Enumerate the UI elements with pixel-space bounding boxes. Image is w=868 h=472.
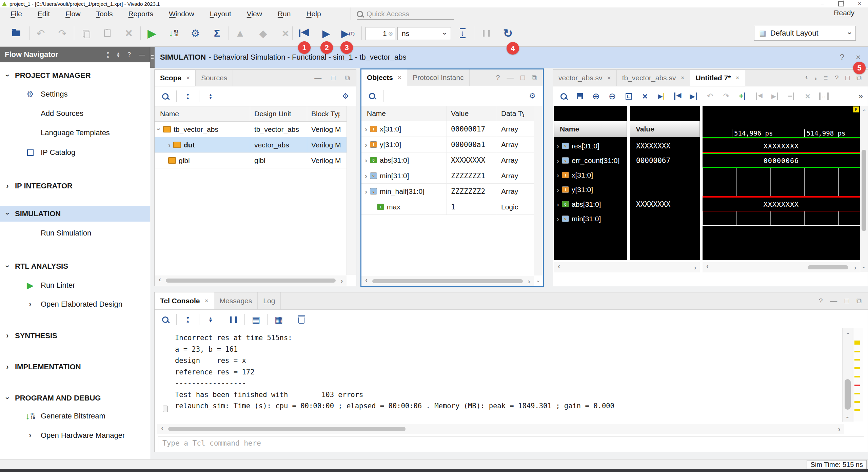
delete-all-markers-icon[interactable] bbox=[802, 90, 813, 102]
open-project-button[interactable] bbox=[7, 25, 26, 42]
collapse-all-icon[interactable] bbox=[182, 314, 194, 325]
help-icon[interactable]: ? bbox=[835, 74, 839, 82]
expand-toggle-icon[interactable] bbox=[365, 141, 367, 148]
tab-log[interactable]: Log bbox=[258, 292, 281, 309]
menu-flow[interactable]: Flow bbox=[58, 8, 88, 19]
gear-icon[interactable] bbox=[527, 90, 538, 102]
section-rtl-analysis[interactable]: RTL ANALYSIS bbox=[0, 259, 150, 274]
column-header-block-type[interactable]: Block Typ bbox=[307, 110, 340, 118]
float-panel-icon[interactable]: ⧉ bbox=[345, 74, 350, 82]
tab-untitled-7[interactable]: Untitled 7*× bbox=[690, 70, 745, 86]
vertical-scrollbar[interactable] bbox=[860, 106, 868, 272]
collapse-all-icon[interactable] bbox=[107, 52, 109, 58]
panel-drag-handle[interactable] bbox=[150, 47, 155, 68]
warning-mark[interactable] bbox=[854, 341, 860, 345]
section-synthesis[interactable]: SYNTHESIS bbox=[0, 328, 150, 344]
wave-plot[interactable]: P 514,996 ps 514,998 ps XXXXXXXX 0000006… bbox=[703, 106, 860, 260]
wave-marker-icon[interactable]: P bbox=[853, 106, 859, 112]
menu-run[interactable]: Run bbox=[270, 8, 299, 19]
warning-mark[interactable] bbox=[854, 367, 860, 369]
delete-marker-icon[interactable]: − bbox=[786, 90, 797, 102]
scroll-up-icon[interactable] bbox=[843, 328, 853, 336]
menu-window[interactable]: Window bbox=[161, 8, 202, 19]
vertical-scrollbar[interactable] bbox=[347, 106, 356, 275]
tab-protocol-instances[interactable]: Protocol Instanc bbox=[407, 69, 470, 86]
tab-messages[interactable]: Messages bbox=[214, 292, 258, 309]
flownav-item-run-linter[interactable]: Run Linter bbox=[0, 278, 150, 293]
object-row-x[interactable]: x[31:0] 00000017 Array bbox=[361, 121, 543, 137]
wave-signal-res[interactable]: res[31:0] bbox=[554, 139, 627, 153]
minimize-panel-icon[interactable]: — bbox=[139, 51, 145, 58]
scope-row-dut[interactable]: dut vector_abs Verilog M bbox=[155, 137, 356, 153]
flownav-item-ip-catalog[interactable]: IP Catalog bbox=[0, 145, 150, 160]
minimize-panel-icon[interactable]: — bbox=[314, 74, 321, 82]
warning-mark[interactable] bbox=[854, 409, 860, 411]
vertical-scrollbar[interactable] bbox=[534, 106, 543, 275]
float-panel-icon[interactable]: ⧉ bbox=[856, 74, 862, 82]
expand-toggle-icon[interactable] bbox=[557, 201, 559, 208]
expand-toggle-icon[interactable] bbox=[557, 142, 559, 149]
menu-tools[interactable]: Tools bbox=[88, 8, 120, 19]
object-row-min[interactable]: min[31:0] ZZZZZZZ1 Array bbox=[361, 168, 543, 184]
section-ip-integrator[interactable]: IP INTEGRATOR bbox=[0, 178, 150, 194]
close-icon[interactable]: × bbox=[607, 74, 611, 82]
warning-mark[interactable] bbox=[854, 401, 860, 403]
horizontal-scrollbar[interactable] bbox=[703, 262, 860, 272]
maximize-panel-icon[interactable]: □ bbox=[520, 74, 525, 82]
wave-signal-err-count[interactable]: err_count[31:0] bbox=[554, 153, 627, 168]
delete-button[interactable] bbox=[119, 25, 138, 42]
search-icon[interactable] bbox=[159, 90, 171, 102]
quick-access-search[interactable]: Quick Access bbox=[357, 9, 454, 20]
column-header-value[interactable]: Value bbox=[447, 106, 497, 121]
toolbar-overflow-icon[interactable]: » bbox=[859, 91, 863, 101]
reports-sigma-button[interactable] bbox=[208, 25, 226, 42]
flownav-item-run-simulation[interactable]: Run Simulation bbox=[0, 226, 150, 241]
menu-reports[interactable]: Reports bbox=[120, 8, 161, 19]
previous-view-icon[interactable] bbox=[704, 90, 716, 102]
error-mark[interactable] bbox=[854, 385, 860, 386]
generate-bitstream-button[interactable]: ↓01 10 bbox=[164, 25, 183, 42]
help-icon[interactable]: ? bbox=[496, 74, 500, 82]
tab-scope[interactable]: Scope× bbox=[155, 70, 196, 86]
flownav-item-language-templates[interactable]: Language Templates bbox=[0, 125, 150, 140]
zoom-out-icon[interactable] bbox=[607, 90, 618, 102]
optimize-button[interactable]: ◆ bbox=[254, 25, 273, 42]
scroll-thumb[interactable] bbox=[845, 379, 851, 410]
object-row-max[interactable]: max 1 Logic bbox=[361, 199, 543, 215]
zoom-fit-icon[interactable] bbox=[623, 90, 634, 102]
next-tab-icon[interactable] bbox=[814, 75, 817, 82]
expand-toggle-icon[interactable] bbox=[365, 188, 367, 195]
close-simulation-icon[interactable]: × bbox=[856, 53, 861, 62]
wave-signal-min[interactable]: min[31:0] bbox=[554, 211, 627, 226]
queue-output-icon[interactable] bbox=[273, 314, 284, 325]
window-minimize-button[interactable]: – bbox=[814, 0, 831, 7]
column-header-name[interactable]: Name bbox=[155, 106, 250, 121]
time-unit-select[interactable]: ns bbox=[397, 27, 451, 40]
flownav-item-generate-bitstream[interactable]: ↓01 10Generate Bitstream bbox=[0, 409, 150, 424]
flownav-item-open-elaborated-design[interactable]: Open Elaborated Design bbox=[0, 297, 150, 312]
gutter-pin-icon[interactable] bbox=[163, 406, 168, 412]
tab-sources[interactable]: Sources bbox=[196, 70, 233, 86]
search-icon[interactable] bbox=[558, 90, 569, 102]
scope-row-glbl[interactable]: glbl glbl Verilog M bbox=[155, 153, 356, 168]
expand-toggle-icon[interactable] bbox=[365, 172, 367, 179]
add-marker-icon[interactable]: + bbox=[737, 90, 748, 102]
wave-column-header-value[interactable]: Value bbox=[630, 121, 700, 137]
sim-run-all-button[interactable] bbox=[317, 25, 336, 42]
expand-toggle-icon[interactable] bbox=[557, 171, 559, 179]
expand-toggle-icon[interactable] bbox=[365, 125, 367, 132]
maximize-panel-icon[interactable]: □ bbox=[845, 74, 850, 82]
expand-toggle-icon[interactable] bbox=[557, 157, 559, 164]
column-header-name[interactable]: Name bbox=[361, 106, 447, 121]
help-icon[interactable]: ? bbox=[840, 53, 844, 62]
section-implementation[interactable]: IMPLEMENTATION bbox=[0, 359, 150, 375]
menu-edit[interactable]: Edit bbox=[30, 8, 58, 19]
prev-marker-icon[interactable] bbox=[753, 90, 765, 102]
go-to-end-icon[interactable] bbox=[688, 90, 699, 102]
object-row-y[interactable]: y[31:0] 000000a1 Array bbox=[361, 137, 543, 152]
horizontal-scrollbar[interactable] bbox=[155, 275, 347, 286]
window-close-button[interactable]: × bbox=[851, 0, 868, 7]
expand-all-icon[interactable] bbox=[205, 90, 216, 102]
copy-button[interactable] bbox=[76, 25, 95, 42]
tab-objects[interactable]: Objects× bbox=[361, 69, 407, 86]
